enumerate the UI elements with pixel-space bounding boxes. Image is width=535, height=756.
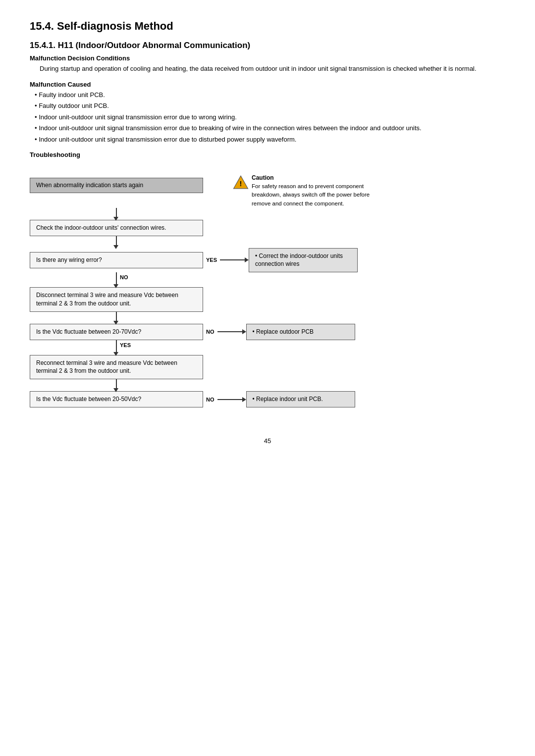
page-number: 45 [264, 437, 271, 445]
decision-conditions-heading: Malfunction Decision Conditions [30, 54, 505, 62]
right-box-3: • Replace indoor unit PCB. [246, 391, 355, 407]
list-item: Indoor unit-outdoor unit signal transmis… [35, 135, 505, 145]
flow-box-5: Reconnect terminal 3 wire and measure Vd… [30, 355, 203, 380]
yes-label-1: YES [206, 257, 217, 263]
page-title: 15.4. Self-diagnosis Method [30, 20, 505, 33]
flow-box-2: Is there any wiring error? [30, 252, 203, 268]
caution-icon: ! [233, 174, 249, 190]
page-footer: 45 [30, 437, 505, 445]
flow-box-3: Disconnect terminal 3 wire and measure V… [30, 287, 203, 312]
malfunction-caused-heading: Malfunction Caused [30, 81, 505, 88]
troubleshooting-heading: Troubleshooting [30, 151, 505, 158]
flow-box-6: Is the Vdc fluctuate between 20-50Vdc? [30, 391, 203, 407]
flow-box-1: Check the indoor-outdoor units' connecti… [30, 220, 203, 236]
malfunction-caused-list: Faulty indoor unit PCB. Faulty outdoor u… [35, 90, 505, 145]
list-item: Faulty outdoor unit PCB. [35, 101, 505, 111]
section-title: 15.4.1. H11 (Indoor/Outdoor Abnormal Com… [30, 41, 505, 50]
no-label-1: NO [120, 274, 128, 280]
caution-label: Caution [252, 173, 372, 182]
flow-box-start: When abnormality indication starts again [30, 178, 203, 193]
list-item: Indoor unit-outdoor unit signal transmis… [35, 123, 505, 133]
flowchart: When abnormality indication starts again… [30, 163, 436, 407]
svg-text:!: ! [240, 180, 242, 188]
no-label-2: NO [206, 329, 214, 335]
yes-label-2: YES [120, 342, 131, 348]
caution-text: For safety reason and to prevent compone… [252, 182, 372, 208]
caution-text-container: Caution For safety reason and to prevent… [252, 173, 372, 208]
caution-area: ! Caution For safety reason and to preve… [233, 173, 372, 208]
flow-box-4: Is the Vdc fluctuate between 20-70Vdc? [30, 324, 203, 340]
list-item: Faulty indoor unit PCB. [35, 90, 505, 100]
no-label-3: NO [206, 397, 214, 403]
right-box-1: • Correct the indoor-outdoor units conne… [249, 248, 358, 273]
list-item: Indoor unit-outdoor unit signal transmis… [35, 112, 505, 122]
right-box-2: • Replace outdoor PCB [246, 324, 355, 340]
decision-conditions-text: During startup and operation of cooling … [40, 64, 505, 74]
